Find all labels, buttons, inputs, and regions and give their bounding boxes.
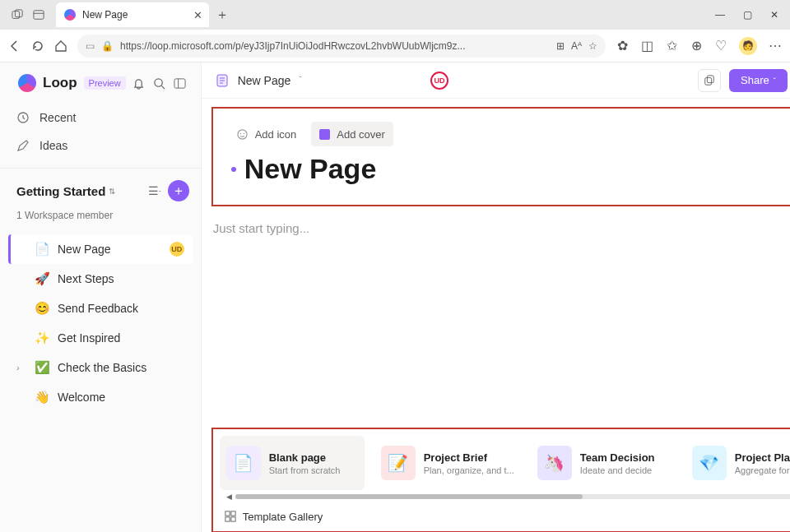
chevron-down-icon[interactable]: ˇ xyxy=(299,76,301,85)
sidebar-item-label: Recent xyxy=(40,111,76,124)
url-field[interactable]: ▭ 🔒 https://loop.microsoft.com/p/eyJ3Ijp… xyxy=(77,35,606,58)
back-button[interactable] xyxy=(8,39,21,53)
loop-favicon-icon xyxy=(64,9,76,21)
collections-icon[interactable]: ⊕ xyxy=(690,39,703,53)
copy-component-button[interactable] xyxy=(698,69,721,92)
browser-titlebar: New Page ✕ ＋ ― ▢ ✕ xyxy=(0,0,790,30)
url-text: https://loop.microsoft.com/p/eyJ3Ijp7InU… xyxy=(120,40,550,52)
more-menu-icon[interactable]: ⋯ xyxy=(769,39,782,53)
template-icon: 📝 xyxy=(381,446,416,480)
workspace-title[interactable]: Getting Started xyxy=(16,184,105,198)
split-icon[interactable]: ◫ xyxy=(640,39,653,53)
presence-badge: UD xyxy=(170,242,184,257)
close-tab-icon[interactable]: ✕ xyxy=(193,9,202,21)
template-card[interactable]: 💎Project PlanninAggregate for un xyxy=(685,436,790,490)
template-icon: 💎 xyxy=(692,446,727,480)
preview-badge: Preview xyxy=(84,76,126,90)
sidebar-page-item[interactable]: 🚀Next Steps xyxy=(8,264,193,294)
breadcrumb[interactable]: New Page xyxy=(238,74,291,87)
reader-icon[interactable]: Aᴬ xyxy=(571,40,582,52)
page-emoji-icon: ✨ xyxy=(35,331,49,345)
page-emoji-icon: 📄 xyxy=(35,242,49,257)
presence-badge[interactable]: UD xyxy=(430,72,448,90)
template-title: Team Decision xyxy=(580,451,655,464)
maximize-button[interactable]: ▢ xyxy=(743,9,752,21)
scroll-left-icon[interactable]: ◀ xyxy=(226,493,232,501)
page-label: Send Feedback xyxy=(58,302,184,315)
refresh-button[interactable] xyxy=(31,39,44,53)
browser-addressbar: ▭ 🔒 https://loop.microsoft.com/p/eyJ3Ijp… xyxy=(0,30,790,62)
chevron-updown-icon[interactable]: ⇅ xyxy=(109,187,115,196)
svg-point-12 xyxy=(238,129,247,138)
gallery-annotation-box: 📄Blank pageStart from scratch📝Project Br… xyxy=(211,428,790,532)
svg-rect-6 xyxy=(174,78,185,87)
editor-placeholder[interactable]: Just start typing... xyxy=(210,221,790,235)
page-emoji-icon: 🚀 xyxy=(35,271,49,286)
sidebar-item-recent[interactable]: Recent xyxy=(16,104,193,132)
sidebar-toggle-icon[interactable] xyxy=(174,77,186,90)
browser-tab[interactable]: New Page ✕ xyxy=(56,2,209,27)
new-tab-button[interactable]: ＋ xyxy=(216,7,229,24)
svg-rect-15 xyxy=(225,511,230,516)
page-emoji-icon: ✅ xyxy=(35,360,49,375)
template-card[interactable]: 📄Blank pageStart from scratch xyxy=(220,436,365,490)
add-cover-button[interactable]: Add cover xyxy=(311,122,393,146)
page-title[interactable]: New Page xyxy=(244,153,377,185)
sidebar-page-item[interactable]: 😊Send Feedback xyxy=(8,294,193,323)
template-subtitle: Plan, organize, and t... xyxy=(424,465,514,475)
add-page-button[interactable]: ＋ xyxy=(168,180,189,201)
favorite-icon[interactable]: ☆ xyxy=(588,40,597,52)
template-subtitle: Ideate and decide xyxy=(580,465,655,475)
extensions-icon[interactable]: ✿ xyxy=(616,39,629,53)
scroll-thumb[interactable] xyxy=(235,494,583,499)
template-title: Project Brief xyxy=(424,451,514,464)
svg-rect-2 xyxy=(34,11,44,20)
site-info-icon[interactable]: ▭ xyxy=(86,40,95,52)
performance-icon[interactable]: ♡ xyxy=(714,39,727,53)
window-controls: ― ▢ ✕ xyxy=(715,9,778,21)
svg-rect-18 xyxy=(231,517,235,521)
minimize-button[interactable]: ― xyxy=(715,9,725,21)
emoji-icon xyxy=(236,128,249,141)
template-card[interactable]: 🦄Team DecisionIdeate and decide xyxy=(531,436,676,490)
svg-line-5 xyxy=(161,86,165,89)
template-title: Project Plannin xyxy=(735,451,790,464)
loop-logo-icon xyxy=(18,74,36,92)
workspaces-icon[interactable] xyxy=(33,9,44,21)
tab-actions-icon[interactable] xyxy=(12,9,23,21)
tab-title: New Page xyxy=(82,9,187,21)
gallery-label[interactable]: Template Gallery xyxy=(243,511,323,523)
template-icon: 📄 xyxy=(226,446,261,480)
template-card[interactable]: 📝Project BriefPlan, organize, and t... xyxy=(374,436,521,490)
sidebar-page-item[interactable]: 👋Welcome xyxy=(8,382,193,412)
translate-icon[interactable]: ⊞ xyxy=(556,40,565,52)
clock-icon xyxy=(16,111,30,124)
sidebar-item-ideas[interactable]: Ideas xyxy=(16,132,193,160)
close-window-button[interactable]: ✕ xyxy=(770,9,778,21)
svg-point-4 xyxy=(155,78,162,86)
share-button[interactable]: Shareˇ xyxy=(729,69,788,92)
sort-icon[interactable]: ☰ˇ xyxy=(148,184,161,197)
hero-annotation-box: Add icon Add cover New Page xyxy=(211,107,790,206)
page-emoji-icon: 👋 xyxy=(35,390,49,405)
sidebar-item-label: Ideas xyxy=(40,139,67,152)
notifications-icon[interactable] xyxy=(132,77,145,90)
sidebar-page-item[interactable]: ›✅Check the Basics xyxy=(8,353,193,382)
template-gallery-icon xyxy=(225,511,236,522)
profile-avatar[interactable]: 🧑 xyxy=(739,37,757,55)
chevron-right-icon[interactable]: › xyxy=(16,363,26,372)
favorites-bar-icon[interactable]: ✩ xyxy=(665,39,678,53)
add-icon-button[interactable]: Add icon xyxy=(228,122,305,146)
template-icon: 🦄 xyxy=(537,446,572,480)
lock-icon: 🔒 xyxy=(101,40,114,52)
home-button[interactable] xyxy=(54,39,67,53)
brand-name: Loop xyxy=(43,75,77,91)
gallery-scrollbar[interactable]: ◀ ▶ xyxy=(226,493,790,500)
sidebar-page-item[interactable]: 📄New PageUD xyxy=(8,234,193,264)
sidebar-page-item[interactable]: ✨Get Inspired xyxy=(8,323,193,353)
svg-rect-17 xyxy=(225,517,230,521)
page-icon xyxy=(215,73,230,88)
search-icon[interactable] xyxy=(153,77,165,90)
sidebar: Loop Preview Recent Ideas Getting Starte… xyxy=(0,62,202,532)
page-label: New Page xyxy=(58,243,161,256)
